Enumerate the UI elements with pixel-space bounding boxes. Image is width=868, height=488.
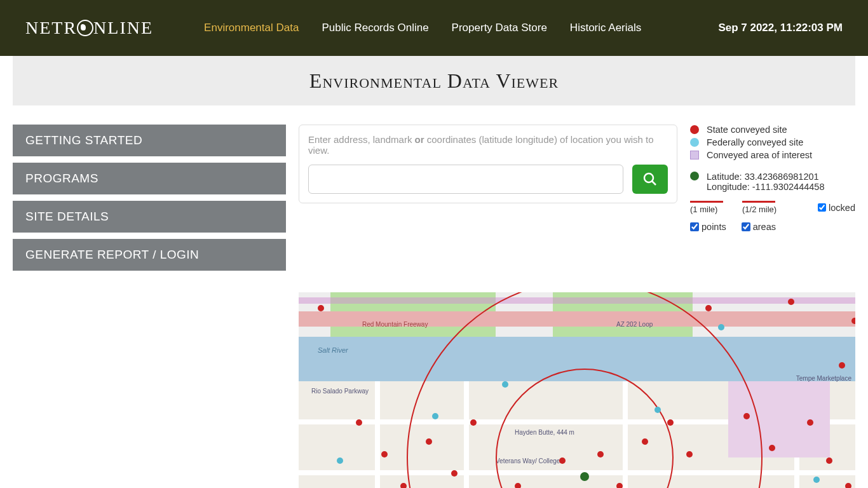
state-site-marker[interactable] — [400, 483, 407, 488]
state-site-marker[interactable] — [769, 445, 775, 451]
state-site-icon — [690, 125, 699, 134]
state-site-marker[interactable] — [667, 419, 674, 426]
brand-logo[interactable]: NETRNLINE — [25, 18, 153, 38]
state-site-marker[interactable] — [470, 419, 477, 426]
state-site-marker[interactable] — [616, 483, 623, 488]
state-site-marker[interactable] — [826, 458, 832, 464]
search-input[interactable] — [308, 165, 623, 194]
state-site-marker[interactable] — [451, 470, 458, 477]
federal-site-marker[interactable] — [813, 477, 820, 483]
search-button[interactable] — [632, 165, 668, 194]
legend-state: State conveyed site — [707, 125, 787, 135]
nav-public-records[interactable]: Public Records Online — [322, 22, 428, 34]
state-site-marker[interactable] — [788, 299, 794, 305]
range-half-mile: (1/2 mile) — [742, 201, 776, 214]
legend-panel: State conveyed site Federally conveyed s… — [690, 125, 855, 277]
state-site-marker[interactable] — [381, 451, 388, 458]
state-site-marker[interactable] — [851, 318, 855, 324]
range-one-mile: (1 mile) — [690, 201, 723, 214]
state-site-marker[interactable] — [705, 305, 712, 311]
search-icon — [642, 172, 658, 187]
state-site-marker[interactable] — [839, 362, 845, 369]
state-site-marker[interactable] — [356, 419, 362, 426]
sidebar-getting-started[interactable]: GETTING STARTED — [13, 125, 286, 156]
search-hint: Enter address, landmark or coordinates (… — [308, 134, 668, 156]
timestamp: Sep 7 2022, 11:22:03 PM — [718, 22, 843, 34]
areas-toggle[interactable]: areas — [742, 222, 776, 232]
top-nav-bar: NETRNLINE Environmental Data Public Reco… — [0, 0, 868, 56]
state-site-marker[interactable] — [559, 458, 566, 464]
search-panel: Enter address, landmark or coordinates (… — [299, 125, 677, 203]
sidebar-programs[interactable]: PROGRAMS — [13, 163, 286, 194]
map-label-river: Salt River — [318, 346, 348, 354]
sidebar-site-details[interactable]: SITE DETAILS — [13, 201, 286, 233]
state-site-marker[interactable] — [426, 438, 432, 445]
state-site-marker[interactable] — [642, 438, 648, 445]
nav-historic-aerials[interactable]: Historic Aerials — [570, 22, 641, 34]
page-title-bar: Environmental Data Viewer — [13, 56, 855, 105]
federal-site-marker[interactable] — [502, 381, 508, 388]
legend-federal: Federally conveyed site — [707, 137, 803, 147]
map-label-salado: Rio Salado Parkway — [311, 388, 369, 395]
points-toggle[interactable]: points — [690, 222, 726, 232]
longitude-value: Longitude: -111.9302444458 — [707, 182, 824, 192]
federal-site-marker[interactable] — [718, 324, 724, 330]
federal-site-marker[interactable] — [337, 458, 343, 464]
state-site-marker[interactable] — [597, 451, 604, 458]
map-label-tempe: Tempe Marketplace — [796, 375, 851, 382]
page-title: Environmental Data Viewer — [309, 69, 559, 93]
state-site-marker[interactable] — [686, 451, 693, 458]
state-site-marker[interactable] — [845, 483, 851, 488]
nav-environmental-data[interactable]: Environmental Data — [204, 22, 299, 34]
map-viewport[interactable]: Salt River Red Mountain Freeway AZ 202 L… — [299, 292, 855, 488]
state-site-marker[interactable] — [743, 413, 750, 419]
state-site-marker[interactable] — [515, 483, 521, 488]
area-icon — [690, 151, 699, 159]
federal-site-marker[interactable] — [654, 407, 661, 413]
sidebar: GETTING STARTED PROGRAMS SITE DETAILS GE… — [13, 125, 286, 277]
locked-toggle[interactable]: locked — [818, 203, 855, 213]
federal-site-marker[interactable] — [432, 413, 438, 419]
svg-line-1 — [652, 181, 656, 185]
nav-property-data[interactable]: Property Data Store — [452, 22, 547, 34]
sidebar-generate-report[interactable]: GENERATE REPORT / LOGIN — [13, 239, 286, 271]
map-label-freeway: Red Mountain Freeway — [362, 321, 428, 328]
state-site-marker[interactable] — [807, 419, 813, 426]
map-center-marker[interactable] — [580, 472, 589, 481]
federal-site-icon — [690, 138, 699, 147]
main-nav: Environmental Data Public Records Online… — [204, 22, 641, 34]
latitude-value: Latitude: 33.423686981201 — [707, 172, 824, 182]
legend-area: Conveyed area of interest — [707, 150, 812, 160]
globe-icon — [77, 20, 93, 36]
center-point-icon — [690, 172, 699, 180]
state-site-marker[interactable] — [318, 305, 324, 311]
svg-point-0 — [644, 173, 653, 182]
